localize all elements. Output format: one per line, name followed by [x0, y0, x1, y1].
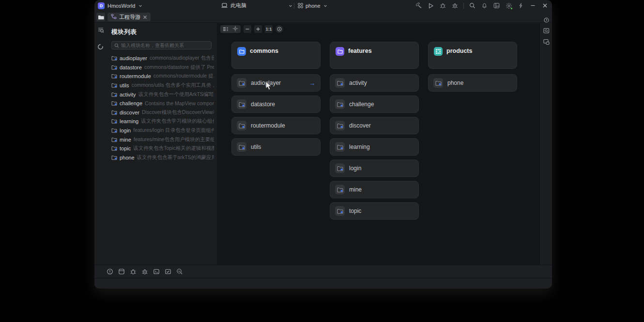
module-card-discover[interactable]: discover	[330, 117, 419, 134]
module-search[interactable]	[111, 41, 212, 49]
module-list-item[interactable]: topic 该文件夹包含Topic相关的逻辑和视图...	[106, 144, 217, 153]
module-list-item[interactable]: mine features/mine包含用户模块的主要组...	[106, 135, 217, 144]
run-target-label: phone	[306, 3, 321, 9]
module-list-item[interactable]: routermodule commons/routermodule 提...	[106, 72, 217, 81]
module-card-routermodule[interactable]: routermodule	[231, 117, 321, 134]
folder-icon	[111, 137, 117, 142]
module-card-utils[interactable]: utils	[231, 138, 321, 156]
module-desc: commons/utils 包含多个实用工具类， ...	[132, 82, 214, 89]
folder-icon	[111, 56, 117, 61]
module-card-audioplayer[interactable]: audioplayer→	[231, 74, 321, 92]
zoom-reset-button[interactable]: 1:1	[265, 25, 273, 33]
run-target-selector[interactable]: phone	[298, 0, 328, 11]
debug-icon[interactable]	[129, 268, 137, 275]
module-desc: 该文件夹包含Topic相关的逻辑和视图...	[133, 145, 214, 152]
problems-icon[interactable]	[106, 268, 113, 275]
module-name: routermodule	[120, 73, 151, 79]
module-name: challenge	[120, 100, 142, 106]
code-check-icon[interactable]	[176, 268, 183, 275]
module-list-item[interactable]: login features/login 目录包含登录页面组件...	[106, 126, 217, 135]
attach-debug-icon[interactable]	[451, 2, 459, 9]
services-icon[interactable]	[118, 268, 125, 275]
module-desc: Contains the MapView compone...	[145, 100, 214, 106]
module-name: mine	[120, 137, 131, 143]
folder-icon	[237, 99, 246, 109]
structure-search-icon[interactable]	[97, 26, 104, 33]
chevron-down-icon	[138, 3, 143, 8]
search-icon	[114, 41, 119, 50]
group-label: commons	[250, 48, 278, 54]
module-list-item[interactable]: challenge Contains the MapView compone..…	[106, 99, 217, 108]
gallery-icon[interactable]	[543, 38, 550, 46]
locate-icon[interactable]	[276, 25, 283, 33]
module-list-item[interactable]: activity 该文件夹包含一个使用ArkTS编写的...	[106, 90, 217, 99]
device-selector[interactable]: 此电脑	[221, 0, 293, 11]
module-list-item[interactable]: discover Discover模块包含DiscoverView和 ...	[106, 108, 217, 117]
divider	[463, 3, 464, 9]
module-desc: 该文件夹包含基于arkTS的鸿蒙应用...	[137, 154, 214, 161]
dependency-arrow-icon[interactable]: →	[309, 80, 315, 87]
module-card-activity[interactable]: activity	[330, 74, 419, 92]
module-list-item[interactable]: phone 该文件夹包含基于arkTS的鸿蒙应用...	[106, 153, 217, 162]
module-card-mine[interactable]: mine	[330, 181, 419, 198]
module-list-item[interactable]: audioplayer commons/audioplayer 包含音 ...	[106, 54, 217, 63]
module-card-login[interactable]: login	[330, 160, 419, 177]
minimize-icon[interactable]	[529, 2, 537, 9]
dependency-canvas[interactable]: 1:1 commonsaudioplayer→datastoreroutermo…	[217, 23, 539, 265]
tab-bar: 工程导游	[94, 11, 552, 23]
title-bar: D HmosWorld 此电脑 phone	[94, 0, 552, 11]
tasks-icon[interactable]	[164, 268, 171, 275]
chevron-down-icon	[323, 3, 328, 8]
settings-icon[interactable]	[505, 2, 512, 9]
module-list-item[interactable]: utils commons/utils 包含多个实用工具类， ...	[106, 81, 217, 90]
mouse-cursor	[265, 81, 273, 93]
zoom-out-icon[interactable]	[244, 25, 251, 33]
terminal-icon[interactable]	[153, 268, 160, 275]
status-bar	[94, 278, 552, 289]
previewer-icon[interactable]	[543, 27, 550, 34]
dependencies-ring-icon[interactable]	[97, 43, 104, 50]
close-icon[interactable]	[541, 2, 549, 9]
divider	[294, 3, 294, 9]
run-icon[interactable]	[427, 2, 434, 9]
module-name: learning	[120, 118, 138, 124]
module-card-label: datastore	[251, 101, 315, 108]
column-commons: commonsaudioplayer→datastoreroutermodule…	[231, 42, 321, 156]
tool-windows-icon[interactable]	[493, 2, 500, 9]
debug-icon[interactable]	[439, 2, 446, 9]
app-logo-icon: D	[98, 2, 105, 9]
module-list-item[interactable]: learning 该文件夹包含学习模块的核心组件...	[106, 117, 217, 126]
group-card-features[interactable]: features	[330, 42, 419, 69]
build-icon[interactable]	[415, 2, 422, 9]
module-card-challenge[interactable]: challenge	[330, 96, 419, 113]
fit-view-icon[interactable]	[232, 25, 238, 33]
search-input[interactable]	[121, 43, 209, 48]
module-card-learning[interactable]: learning	[330, 138, 419, 156]
module-desc: commons/datastore 提供了 Prefe...	[144, 64, 214, 71]
profiler-icon[interactable]	[141, 268, 148, 275]
group-card-products[interactable]: products	[428, 42, 517, 69]
module-card-label: utils	[251, 144, 315, 150]
tab-project-tour[interactable]: 工程导游	[107, 13, 151, 21]
legend-icon[interactable]	[223, 25, 229, 33]
module-list-item[interactable]: datastore commons/datastore 提供了 Prefe...	[106, 63, 217, 72]
module-card-label: activity	[349, 80, 414, 86]
module-card-phone[interactable]: phone	[428, 74, 517, 92]
search-icon[interactable]	[469, 2, 476, 9]
module-card-topic[interactable]: topic	[330, 202, 419, 220]
module-desc: features/mine包含用户模块的主要组...	[134, 136, 214, 143]
folder-icon	[335, 206, 345, 216]
assistant-icon[interactable]	[543, 16, 550, 24]
project-selector[interactable]: D HmosWorld	[94, 2, 143, 9]
module-card-datastore[interactable]: datastore	[231, 96, 321, 113]
tab-close-icon[interactable]	[143, 15, 147, 19]
profiler-icon[interactable]	[517, 2, 524, 9]
notifications-icon[interactable]	[481, 2, 488, 9]
group-card-commons[interactable]: commons	[231, 42, 321, 69]
zoom-in-icon[interactable]	[254, 25, 262, 33]
grid-icon	[434, 47, 443, 56]
right-tool-strip	[539, 23, 552, 265]
folder-icon	[111, 119, 117, 124]
folder-icon	[111, 74, 117, 79]
project-folder-icon[interactable]	[96, 13, 105, 21]
